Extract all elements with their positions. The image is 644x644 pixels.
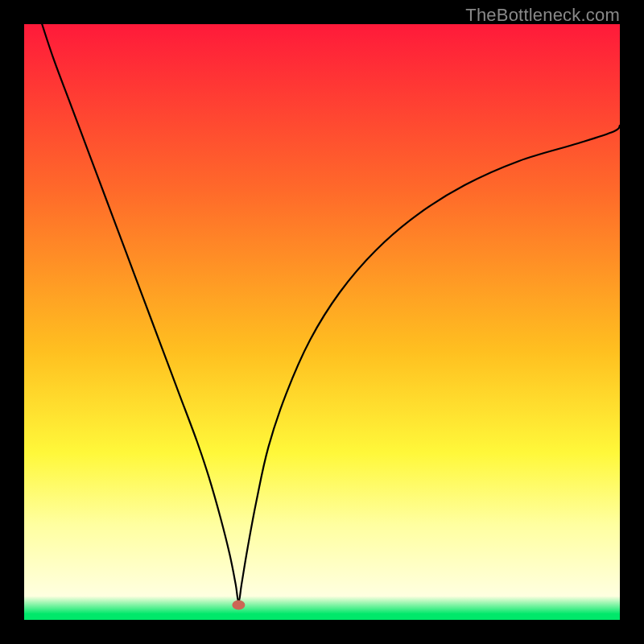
chart-svg: [24, 24, 620, 620]
min-marker: [232, 601, 245, 610]
gradient-bg: [24, 24, 620, 620]
watermark-text: TheBottleneck.com: [465, 5, 620, 26]
chart-frame: TheBottleneck.com: [0, 0, 644, 644]
plot-area: [24, 24, 620, 620]
